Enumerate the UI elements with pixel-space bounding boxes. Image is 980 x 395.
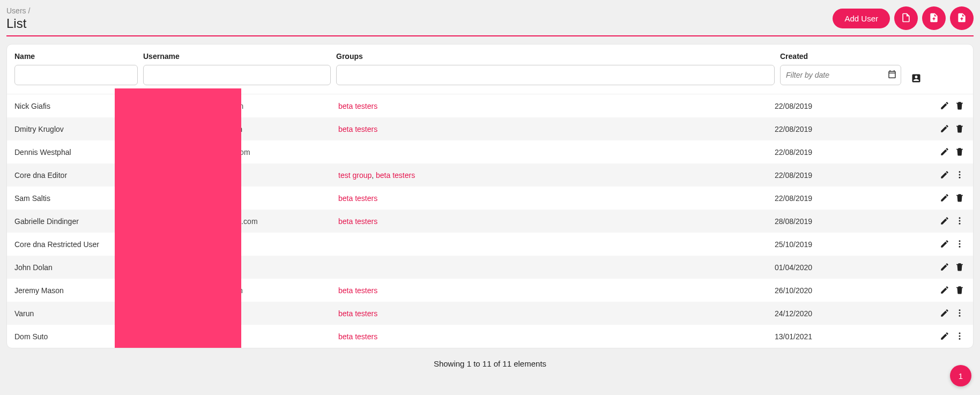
group-link[interactable]: beta testers xyxy=(338,286,377,295)
edit-icon[interactable] xyxy=(939,146,951,158)
filter-name-input[interactable] xyxy=(14,65,138,85)
cell-name: Core dna Editor xyxy=(7,163,138,187)
more-icon[interactable] xyxy=(954,330,966,342)
edit-icon[interactable] xyxy=(939,100,951,111)
edit-icon[interactable] xyxy=(939,192,951,204)
svg-point-11 xyxy=(959,315,961,317)
group-link[interactable]: beta testers xyxy=(338,194,377,203)
table-row: Core dna Editoreditor@coredna.comtest gr… xyxy=(7,163,973,187)
delete-icon[interactable] xyxy=(954,261,966,273)
more-icon[interactable] xyxy=(954,307,966,319)
export-button-1[interactable] xyxy=(894,6,918,30)
table-row: Gabrielle Dindingergabrielle.dindinger@c… xyxy=(7,210,973,233)
cell-actions xyxy=(928,279,973,302)
delete-icon[interactable] xyxy=(954,284,966,296)
cell-groups: beta testers xyxy=(331,94,767,117)
cell-created: 25/10/2019 xyxy=(767,233,928,256)
svg-point-13 xyxy=(959,336,961,337)
svg-point-14 xyxy=(959,338,961,340)
cell-created: 13/01/2021 xyxy=(767,325,928,348)
users-card: Name Username Groups Created xyxy=(6,44,974,348)
add-user-button[interactable]: Add User xyxy=(833,9,890,28)
contact-card-icon xyxy=(911,77,922,85)
edit-icon[interactable] xyxy=(939,330,951,342)
svg-point-3 xyxy=(959,217,961,219)
cell-username: dmitry.kruglov@coredna.com xyxy=(138,117,331,140)
cell-actions xyxy=(928,117,973,140)
cell-actions xyxy=(928,256,973,279)
edit-icon[interactable] xyxy=(939,307,951,319)
svg-point-7 xyxy=(959,243,961,245)
more-icon[interactable] xyxy=(954,238,966,250)
edit-icon[interactable] xyxy=(939,238,951,250)
group-link[interactable]: beta testers xyxy=(338,102,377,110)
group-link[interactable]: beta testers xyxy=(338,309,377,318)
svg-point-6 xyxy=(959,240,961,242)
svg-point-5 xyxy=(959,223,961,225)
cell-created: 01/04/2020 xyxy=(767,256,928,279)
cell-groups: beta testers xyxy=(331,279,767,302)
column-header-username: Username xyxy=(143,52,331,61)
breadcrumb[interactable]: Users / xyxy=(6,6,30,15)
cell-created: 22/08/2019 xyxy=(767,140,928,163)
filter-date-input[interactable] xyxy=(780,65,901,85)
cell-groups: beta testers xyxy=(331,117,767,140)
cell-actions xyxy=(928,325,973,348)
more-icon[interactable] xyxy=(954,215,966,227)
delete-icon[interactable] xyxy=(954,146,966,158)
cell-name: Dmitry Kruglov xyxy=(7,117,138,140)
edit-icon[interactable] xyxy=(939,261,951,273)
edit-icon[interactable] xyxy=(939,169,951,181)
filter-groups-input[interactable] xyxy=(336,65,775,85)
cell-username: publisher@coredna.com xyxy=(138,233,331,256)
group-link[interactable]: test group xyxy=(338,171,372,180)
group-link[interactable]: beta testers xyxy=(338,217,377,226)
cell-username: editor@coredna.com xyxy=(138,163,331,187)
svg-point-10 xyxy=(959,312,961,314)
more-icon[interactable] xyxy=(954,169,966,181)
cell-username: john.dolan@coredna.com xyxy=(138,256,331,279)
svg-point-12 xyxy=(959,332,961,334)
cell-groups xyxy=(331,140,767,163)
cell-name: Dennis Westphal xyxy=(7,140,138,163)
cell-username: gabrielle.dindinger@coredna.com xyxy=(138,210,331,233)
cell-created: 22/08/2019 xyxy=(767,117,928,140)
group-link[interactable]: beta testers xyxy=(338,125,377,133)
cell-name: John Dolan xyxy=(7,256,138,279)
calendar-icon[interactable] xyxy=(887,70,897,81)
group-link[interactable]: beta testers xyxy=(338,332,377,341)
cell-name: Varun xyxy=(7,302,138,325)
cell-username: nicholas.giafis@coredna.com xyxy=(138,94,331,117)
delete-icon[interactable] xyxy=(954,192,966,204)
export-button-2[interactable] xyxy=(922,6,946,30)
file-upload-icon xyxy=(956,12,967,25)
cell-actions xyxy=(928,94,973,117)
cell-groups xyxy=(331,256,767,279)
table-row: Dmitry Kruglovdmitry.kruglov@coredna.com… xyxy=(7,117,973,140)
cell-created: 28/08/2019 xyxy=(767,210,928,233)
cell-actions xyxy=(928,140,973,163)
table-row: Core dna Restricted Userpublisher@coredn… xyxy=(7,233,973,256)
column-header-name: Name xyxy=(14,52,138,61)
cell-name: Dom Suto xyxy=(7,325,138,348)
cell-created: 22/08/2019 xyxy=(767,94,928,117)
file-download-icon xyxy=(929,12,939,25)
group-link[interactable]: beta testers xyxy=(376,171,415,180)
edit-icon[interactable] xyxy=(939,123,951,135)
cell-groups: beta testers xyxy=(331,210,767,233)
delete-icon[interactable] xyxy=(954,100,966,111)
column-header-created: Created xyxy=(780,52,901,61)
edit-icon[interactable] xyxy=(939,284,951,296)
cell-actions xyxy=(928,163,973,187)
export-button-3[interactable] xyxy=(950,6,974,30)
cell-groups: beta testers xyxy=(331,302,767,325)
cell-username: dennis.westphal@coredna.com xyxy=(138,140,331,163)
edit-icon[interactable] xyxy=(939,215,951,227)
delete-icon[interactable] xyxy=(954,123,966,135)
filter-username-input[interactable] xyxy=(143,65,331,85)
table-row: Jeremy Masonjeremy.mason@coredna.combeta… xyxy=(7,279,973,302)
cell-groups: beta testers xyxy=(331,325,767,348)
table-row: Varunvarun@coredna.combeta testers24/12/… xyxy=(7,302,973,325)
table-row: Sam Saltissam.saltis@coredna.combeta tes… xyxy=(7,187,973,210)
svg-point-4 xyxy=(959,220,961,222)
